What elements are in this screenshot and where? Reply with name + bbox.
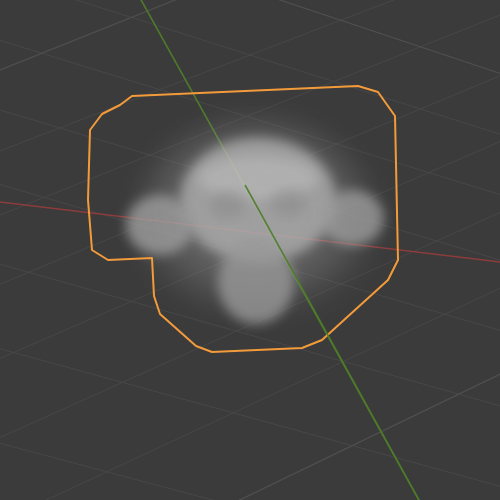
svg-point-26 <box>210 191 246 219</box>
grid-floor <box>0 0 500 500</box>
3d-viewport[interactable] <box>0 0 500 500</box>
svg-point-23 <box>126 195 194 255</box>
svg-point-27 <box>270 189 306 217</box>
svg-point-24 <box>320 190 384 246</box>
